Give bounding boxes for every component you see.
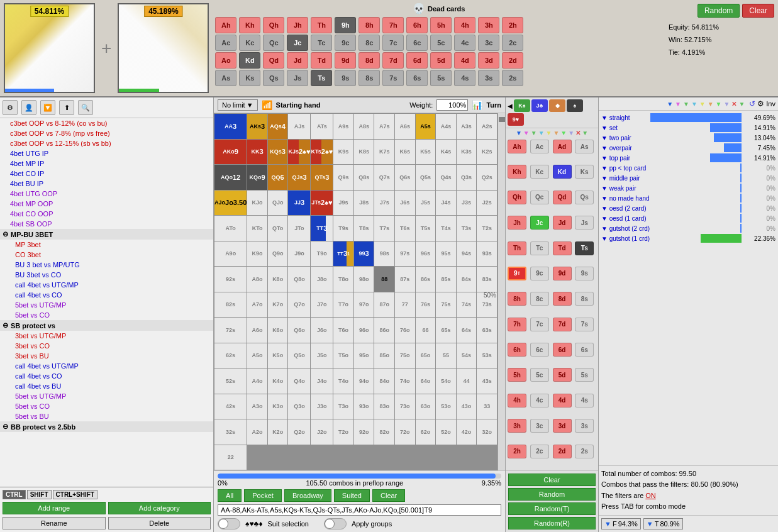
stat-label-overpair[interactable]: ▼ overpair <box>601 145 721 152</box>
stat-label-oesd1[interactable]: ▼ oesd (1 card) <box>601 215 738 222</box>
card-Qs[interactable]: Qs <box>263 70 284 86</box>
cell-96s[interactable]: 96s <box>416 241 436 267</box>
cell-65o[interactable]: 65o <box>416 343 436 369</box>
cell-72s[interactable]: 72s <box>214 318 247 343</box>
hand-matrix-grid[interactable]: AA3 AKs3 AQs4 AJs ATs A9s A8s A7s A6s A5… <box>214 113 497 470</box>
cell-66[interactable]: 66 <box>416 318 436 343</box>
cell-J6s[interactable]: J6s <box>395 191 415 216</box>
cell-32o[interactable]: 32o <box>477 419 497 445</box>
card-3s[interactable]: 3s <box>478 70 499 86</box>
cell-T8o[interactable]: T8o <box>333 267 353 292</box>
random-t-button[interactable]: Random(T) <box>508 502 596 515</box>
card-Ad[interactable]: Ao <box>215 52 236 69</box>
cell-42s[interactable]: 42s <box>214 394 247 419</box>
cell-T3o[interactable]: T3o <box>333 394 353 419</box>
tc-Kh[interactable]: Kh <box>508 165 526 179</box>
card-4h[interactable]: 4h <box>454 17 475 33</box>
cell-85s[interactable]: 85s <box>436 267 456 292</box>
cell-T7o[interactable]: T7o <box>333 292 353 318</box>
cell-92s[interactable]: 92s <box>214 267 247 292</box>
cell-Q6o[interactable]: Q6o <box>288 318 310 343</box>
card-5c[interactable]: 5c <box>430 35 452 51</box>
card-7s[interactable]: 7s <box>382 70 404 86</box>
cell-33[interactable]: 33 <box>477 394 497 419</box>
card-Qc[interactable]: Qc <box>263 35 284 51</box>
cell-43s[interactable]: 43s <box>477 369 497 394</box>
tc-3s[interactable]: 3s <box>575 419 594 433</box>
tc-4h[interactable]: 4h <box>508 394 526 407</box>
sidebar-item-call4bet-bu[interactable]: call 4bet vs BU <box>0 381 213 391</box>
cell-A9s[interactable]: A9s <box>333 114 353 139</box>
cell-KJs[interactable]: KJs2♠♥ <box>288 140 310 165</box>
filter-tri-1[interactable]: ▼ <box>667 101 673 108</box>
tc-6h[interactable]: 6h <box>508 343 526 357</box>
cell-ATs[interactable]: ATs <box>311 114 333 139</box>
cell-52s[interactable]: 52s <box>214 369 247 394</box>
collapse-sb[interactable]: ⊖ <box>3 321 8 330</box>
cell-73o[interactable]: 73o <box>395 394 415 419</box>
sidebar-item-c3bet2[interactable]: c3bet OOP vs 7-8% (mp vs free) <box>0 128 213 138</box>
tc-Kd[interactable]: Kd <box>553 165 572 179</box>
tc-As[interactable]: As <box>575 140 594 153</box>
cell-K8o[interactable]: K8o <box>268 267 288 292</box>
sidebar-item-4bet-mp-oop[interactable]: 4bet MP OOP <box>0 199 213 209</box>
card-6h[interactable]: 6h <box>406 17 428 33</box>
sidebar-item-3bet-bu[interactable]: 3bet vs BU <box>0 351 213 361</box>
tc-2s[interactable]: 2s <box>575 445 594 458</box>
tc-Td[interactable]: Td <box>553 241 572 255</box>
cell-Q9o[interactable]: Q9o <box>268 241 288 267</box>
sidebar-group-mp-bu[interactable]: ⊖ MP-BU 3BET <box>0 229 213 240</box>
cell-54s[interactable]: 54s <box>457 343 477 369</box>
card-3d[interactable]: 3d <box>478 52 499 69</box>
cell-98s[interactable]: 98s <box>374 241 394 267</box>
weight-input[interactable] <box>436 99 468 111</box>
sidebar-item-bu3bet-co[interactable]: BU 3bet vs CO <box>0 270 213 280</box>
cell-88[interactable]: 88 <box>374 267 394 292</box>
card-6c[interactable]: 6c <box>406 35 428 51</box>
cell-JJ[interactable]: JJ3 <box>288 191 310 216</box>
tc-5h[interactable]: 5h <box>508 368 526 382</box>
cell-63o[interactable]: 63o <box>416 394 436 419</box>
cell-53o[interactable]: 53o <box>436 394 456 419</box>
cell-KTo[interactable]: KTo <box>247 216 267 241</box>
cell-65s[interactable]: 65s <box>436 318 456 343</box>
cell-93o[interactable]: 93o <box>354 394 374 419</box>
cell-63s[interactable]: 63s <box>477 318 497 343</box>
cell-JTs[interactable]: JTs2♠♥ <box>311 191 333 216</box>
cell-AJs[interactable]: AJs <box>288 114 310 139</box>
cell-84o[interactable]: 84o <box>374 369 394 394</box>
tc-Jh[interactable]: Jh <box>508 216 526 230</box>
cell-93s[interactable]: 93s <box>477 241 497 267</box>
card-Jc[interactable]: Jc <box>287 35 308 51</box>
cell-K6o[interactable]: K6o <box>268 318 288 343</box>
filter-tri-8[interactable]: ▼ <box>724 101 730 108</box>
cell-QJo[interactable]: QJo <box>268 191 288 216</box>
card-4d[interactable]: 4d <box>454 52 475 69</box>
stat-label-gut1[interactable]: ▼ gutshot (1 crd) <box>601 235 698 242</box>
cell-75o[interactable]: 75o <box>395 343 415 369</box>
cell-55[interactable]: 55 <box>436 343 456 369</box>
tc-3c[interactable]: 3c <box>530 419 549 433</box>
cell-Q3o[interactable]: Q3o <box>288 394 310 419</box>
card-9s[interactable]: 9s <box>335 70 356 86</box>
tc-3h[interactable]: 3h <box>508 419 526 433</box>
range-text-input[interactable] <box>218 504 501 516</box>
card-Th[interactable]: Th <box>311 17 332 33</box>
sidebar-item-call4bet-utg[interactable]: call 4bet vs UTG/MP <box>0 361 213 371</box>
tc-5d[interactable]: 5d <box>553 368 572 382</box>
card-Tc[interactable]: Tc <box>311 35 332 51</box>
cell-Q4o[interactable]: Q4o <box>288 369 310 394</box>
sidebar-item-bu3bet-mp[interactable]: BU 3 bet vs MP/UTG <box>0 260 213 270</box>
cell-Q5s[interactable]: Q5s <box>416 165 436 190</box>
sidebar-item-4bet-mp[interactable]: 4bet MP IP <box>0 158 213 169</box>
tc-Jd[interactable]: Jd <box>553 216 572 230</box>
cell-53s[interactable]: 53s <box>477 343 497 369</box>
tc-Ts[interactable]: Ts <box>575 241 594 255</box>
cell-Q6s[interactable]: Q6s <box>395 165 415 190</box>
apply-groups-toggle[interactable] <box>324 518 347 529</box>
cell-86s[interactable]: 86s <box>416 267 436 292</box>
tc-4d[interactable]: 4d <box>553 394 572 407</box>
cell-64s[interactable]: 64s <box>457 318 477 343</box>
cell-J6o[interactable]: J6o <box>311 318 333 343</box>
cell-A8o[interactable]: A8o <box>247 267 267 292</box>
